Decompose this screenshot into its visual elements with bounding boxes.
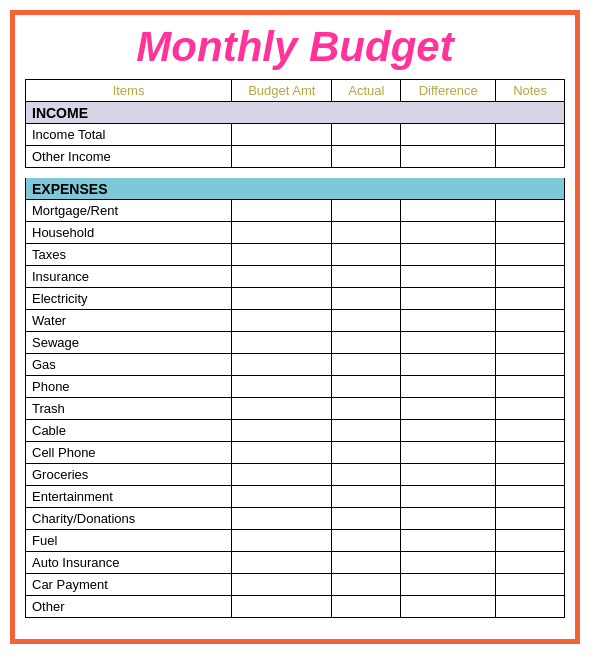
item-label: Cable bbox=[26, 420, 232, 442]
notes-cell bbox=[496, 244, 565, 266]
budget-amt-cell bbox=[232, 398, 332, 420]
actual-cell bbox=[332, 146, 401, 168]
notes-cell bbox=[496, 486, 565, 508]
actual-cell bbox=[332, 442, 401, 464]
budget-amt-cell bbox=[232, 376, 332, 398]
table-row: Mortgage/Rent bbox=[26, 200, 565, 222]
notes-cell bbox=[496, 288, 565, 310]
budget-amt-cell bbox=[232, 420, 332, 442]
table-row: Other bbox=[26, 596, 565, 618]
item-label: Income Total bbox=[26, 124, 232, 146]
budget-amt-cell bbox=[232, 266, 332, 288]
notes-cell bbox=[496, 222, 565, 244]
actual-cell bbox=[332, 530, 401, 552]
difference-cell bbox=[401, 310, 496, 332]
table-row: Car Payment bbox=[26, 574, 565, 596]
difference-cell bbox=[401, 442, 496, 464]
table-row: Income Total bbox=[26, 124, 565, 146]
table-row: Insurance bbox=[26, 266, 565, 288]
page-container: Monthly Budget Items Budget Amt Actual D… bbox=[10, 10, 580, 644]
difference-cell bbox=[401, 464, 496, 486]
actual-cell bbox=[332, 332, 401, 354]
actual-cell bbox=[332, 266, 401, 288]
item-label: Fuel bbox=[26, 530, 232, 552]
col-header-difference: Difference bbox=[401, 80, 496, 102]
item-label: Car Payment bbox=[26, 574, 232, 596]
difference-cell bbox=[401, 222, 496, 244]
item-label: Cell Phone bbox=[26, 442, 232, 464]
item-label: Electricity bbox=[26, 288, 232, 310]
budget-amt-cell bbox=[232, 146, 332, 168]
difference-cell bbox=[401, 354, 496, 376]
section-label: EXPENSES bbox=[26, 178, 565, 200]
item-label: Other Income bbox=[26, 146, 232, 168]
actual-cell bbox=[332, 244, 401, 266]
budget-table: Items Budget Amt Actual Difference Notes… bbox=[25, 79, 565, 618]
table-row: Electricity bbox=[26, 288, 565, 310]
item-label: Mortgage/Rent bbox=[26, 200, 232, 222]
notes-cell bbox=[496, 354, 565, 376]
table-row: Water bbox=[26, 310, 565, 332]
table-row: Cable bbox=[26, 420, 565, 442]
notes-cell bbox=[496, 574, 565, 596]
actual-cell bbox=[332, 310, 401, 332]
table-row: Entertainment bbox=[26, 486, 565, 508]
difference-cell bbox=[401, 508, 496, 530]
budget-amt-cell bbox=[232, 486, 332, 508]
actual-cell bbox=[332, 398, 401, 420]
budget-amt-cell bbox=[232, 310, 332, 332]
notes-cell bbox=[496, 508, 565, 530]
notes-cell bbox=[496, 530, 565, 552]
item-label: Entertainment bbox=[26, 486, 232, 508]
item-label: Trash bbox=[26, 398, 232, 420]
actual-cell bbox=[332, 464, 401, 486]
notes-cell bbox=[496, 124, 565, 146]
item-label: Gas bbox=[26, 354, 232, 376]
difference-cell bbox=[401, 124, 496, 146]
table-row: Phone bbox=[26, 376, 565, 398]
table-row: Sewage bbox=[26, 332, 565, 354]
actual-cell bbox=[332, 200, 401, 222]
actual-cell bbox=[332, 552, 401, 574]
notes-cell bbox=[496, 146, 565, 168]
notes-cell bbox=[496, 200, 565, 222]
item-label: Water bbox=[26, 310, 232, 332]
col-header-budget: Budget Amt bbox=[232, 80, 332, 102]
difference-cell bbox=[401, 420, 496, 442]
difference-cell bbox=[401, 574, 496, 596]
budget-amt-cell bbox=[232, 574, 332, 596]
budget-amt-cell bbox=[232, 222, 332, 244]
actual-cell bbox=[332, 420, 401, 442]
actual-cell bbox=[332, 354, 401, 376]
table-row: Cell Phone bbox=[26, 442, 565, 464]
item-label: Groceries bbox=[26, 464, 232, 486]
table-row: Fuel bbox=[26, 530, 565, 552]
col-header-notes: Notes bbox=[496, 80, 565, 102]
notes-cell bbox=[496, 464, 565, 486]
notes-cell bbox=[496, 442, 565, 464]
notes-cell bbox=[496, 596, 565, 618]
table-row: Taxes bbox=[26, 244, 565, 266]
notes-cell bbox=[496, 310, 565, 332]
budget-amt-cell bbox=[232, 288, 332, 310]
difference-cell bbox=[401, 266, 496, 288]
budget-amt-cell bbox=[232, 508, 332, 530]
actual-cell bbox=[332, 124, 401, 146]
notes-cell bbox=[496, 376, 565, 398]
table-row: Groceries bbox=[26, 464, 565, 486]
table-header-row: Items Budget Amt Actual Difference Notes bbox=[26, 80, 565, 102]
budget-amt-cell bbox=[232, 530, 332, 552]
difference-cell bbox=[401, 486, 496, 508]
difference-cell bbox=[401, 200, 496, 222]
table-row: Charity/Donations bbox=[26, 508, 565, 530]
actual-cell bbox=[332, 486, 401, 508]
actual-cell bbox=[332, 596, 401, 618]
item-label: Household bbox=[26, 222, 232, 244]
budget-amt-cell bbox=[232, 442, 332, 464]
budget-amt-cell bbox=[232, 464, 332, 486]
difference-cell bbox=[401, 146, 496, 168]
difference-cell bbox=[401, 596, 496, 618]
item-label: Sewage bbox=[26, 332, 232, 354]
actual-cell bbox=[332, 376, 401, 398]
col-header-actual: Actual bbox=[332, 80, 401, 102]
